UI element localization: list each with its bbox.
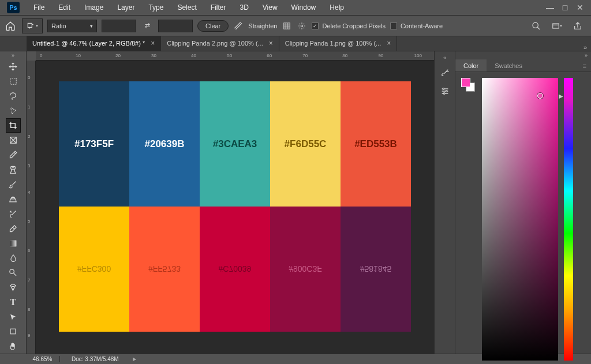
- window-close-icon[interactable]: ✕: [573, 1, 588, 14]
- panel-menu-icon[interactable]: ≡: [578, 59, 591, 72]
- history-brush-tool-icon[interactable]: [6, 207, 21, 222]
- menu-filter[interactable]: Filter: [204, 0, 233, 15]
- quick-select-tool-icon[interactable]: [6, 103, 21, 118]
- marquee-tool-icon[interactable]: [6, 74, 21, 89]
- swatch: #C70039: [200, 207, 270, 332]
- menu-file[interactable]: File: [27, 0, 51, 15]
- tab-label: Untitled-1 @ 46.7% (Layer 2, RGB/8#) *: [32, 40, 145, 47]
- menu-select[interactable]: Select: [170, 0, 203, 15]
- zoom-level[interactable]: 46.65%: [25, 356, 60, 362]
- toolbox: » T: [0, 51, 27, 354]
- swatch: #20639B: [129, 81, 200, 207]
- gradient-tool-icon[interactable]: [6, 236, 21, 251]
- color-field[interactable]: [482, 78, 558, 361]
- horizontal-ruler[interactable]: 0 10 20 30 40 50 60 70 80 90 100: [36, 51, 434, 61]
- eyedropper-tool-icon[interactable]: [6, 148, 21, 163]
- delete-cropped-checkbox[interactable]: Delete Cropped Pixels: [312, 22, 385, 29]
- toolbox-collapse-icon[interactable]: »: [12, 52, 14, 59]
- svg-point-12: [443, 93, 445, 95]
- menu-window[interactable]: Window: [285, 0, 323, 15]
- app-logo: Ps: [7, 2, 20, 13]
- brush-tool-icon[interactable]: [6, 177, 21, 192]
- document-tab-3[interactable]: Clipping Panda 1.png @ 100% (... ×: [279, 36, 398, 51]
- swatch: #900C3F: [270, 207, 341, 332]
- content-aware-label: Content-Aware: [401, 22, 443, 29]
- swatch: #FFC300: [59, 207, 129, 332]
- document-tab-2[interactable]: Clipping Panda 2.png @ 100% (... ×: [161, 36, 279, 51]
- canvas-area: 0 10 20 30 40 50 60 70 80 90 100 0 1 2 3…: [27, 51, 434, 354]
- window-controls: — □ ✕: [543, 1, 591, 14]
- path-select-tool-icon[interactable]: [6, 310, 21, 325]
- foreground-color-swatch[interactable]: [461, 78, 470, 87]
- svg-rect-3: [10, 78, 16, 85]
- window-minimize-icon[interactable]: —: [543, 1, 558, 14]
- straighten-label: Straighten: [248, 22, 277, 29]
- healing-brush-tool-icon[interactable]: [6, 162, 21, 177]
- frame-tool-icon[interactable]: [6, 133, 21, 148]
- menu-type[interactable]: Type: [141, 0, 170, 15]
- canvas[interactable]: #173F5F #20639B #3CAEA3 #F6D55C #ED553B …: [36, 61, 434, 354]
- share-icon[interactable]: [573, 21, 583, 31]
- move-tool-icon[interactable]: [6, 59, 21, 74]
- menu-image[interactable]: Image: [77, 0, 110, 15]
- expand-panels-icon[interactable]: «: [443, 55, 446, 62]
- straighten-icon[interactable]: [233, 21, 244, 31]
- crop-height-input[interactable]: [158, 20, 193, 32]
- document-tabs: Untitled-1 @ 46.7% (Layer 2, RGB/8#) * ×…: [0, 36, 591, 51]
- overlay-grid-icon[interactable]: [282, 21, 292, 31]
- lasso-tool-icon[interactable]: [6, 89, 21, 104]
- workspace-switcher-icon[interactable]: ▾: [552, 21, 562, 31]
- tab-overflow-icon[interactable]: »: [579, 44, 591, 51]
- menu-layer[interactable]: Layer: [110, 0, 141, 15]
- swatch: #581845: [341, 207, 411, 332]
- hue-slider-thumb-icon: ▶: [559, 93, 563, 99]
- swatch: #173F5F: [59, 81, 129, 207]
- crop-tool-icon[interactable]: [6, 118, 21, 133]
- hand-tool-icon[interactable]: [6, 339, 21, 354]
- blur-tool-icon[interactable]: [6, 251, 21, 266]
- svg-point-0: [301, 25, 304, 27]
- menu-view[interactable]: View: [256, 0, 285, 15]
- hue-slider[interactable]: [564, 78, 573, 361]
- menu-3d[interactable]: 3D: [233, 0, 255, 15]
- svg-point-8: [10, 269, 14, 274]
- color-tab[interactable]: Color: [455, 59, 487, 72]
- search-icon[interactable]: [531, 21, 541, 31]
- menu-help[interactable]: Help: [323, 0, 351, 15]
- eraser-tool-icon[interactable]: [6, 221, 21, 236]
- tab-label: Clipping Panda 1.png @ 100% (...: [285, 40, 381, 47]
- vertical-ruler[interactable]: 0 1 2 3 4 5 6 7 8 9: [27, 61, 36, 354]
- aspect-ratio-select[interactable]: Ratio ▾: [47, 20, 97, 32]
- status-menu-icon[interactable]: ▶: [133, 357, 136, 362]
- brush-settings-panel-icon[interactable]: [437, 65, 452, 80]
- close-icon[interactable]: ×: [269, 39, 273, 47]
- dodge-tool-icon[interactable]: [6, 265, 21, 280]
- window-maximize-icon[interactable]: □: [558, 1, 573, 14]
- chevron-down-icon: ▾: [90, 23, 93, 29]
- foreground-background-colors[interactable]: [461, 78, 476, 361]
- close-icon[interactable]: ×: [151, 39, 155, 47]
- shape-tool-icon[interactable]: [6, 324, 21, 339]
- pen-tool-icon[interactable]: [6, 280, 21, 295]
- crop-settings-icon[interactable]: [297, 21, 307, 31]
- close-icon[interactable]: ×: [387, 39, 391, 47]
- clone-stamp-tool-icon[interactable]: [6, 192, 21, 207]
- ratio-label: Ratio: [51, 22, 66, 29]
- palette-row-1: #173F5F #20639B #3CAEA3 #F6D55C #ED553B: [59, 81, 411, 207]
- content-aware-checkbox[interactable]: Content-Aware: [390, 22, 443, 29]
- crop-width-input[interactable]: [102, 20, 136, 32]
- svg-point-10: [443, 88, 444, 90]
- svg-rect-2: [553, 23, 559, 28]
- type-tool-icon[interactable]: T: [6, 295, 21, 310]
- swap-dimensions-icon[interactable]: ⇄: [141, 20, 154, 32]
- swatches-tab[interactable]: Swatches: [487, 59, 530, 72]
- menu-bar: Ps File Edit Image Layer Type Select Fil…: [0, 0, 591, 15]
- swatch: #ED553B: [341, 81, 411, 207]
- menu-edit[interactable]: Edit: [51, 0, 77, 15]
- collapse-panel-icon[interactable]: »: [455, 51, 591, 59]
- clear-button[interactable]: Clear: [197, 20, 229, 32]
- adjustments-panel-icon[interactable]: [437, 84, 452, 99]
- document-tab-1[interactable]: Untitled-1 @ 46.7% (Layer 2, RGB/8#) * ×: [27, 36, 161, 51]
- tool-preset-button[interactable]: ▾: [22, 18, 43, 33]
- home-button[interactable]: [3, 19, 17, 33]
